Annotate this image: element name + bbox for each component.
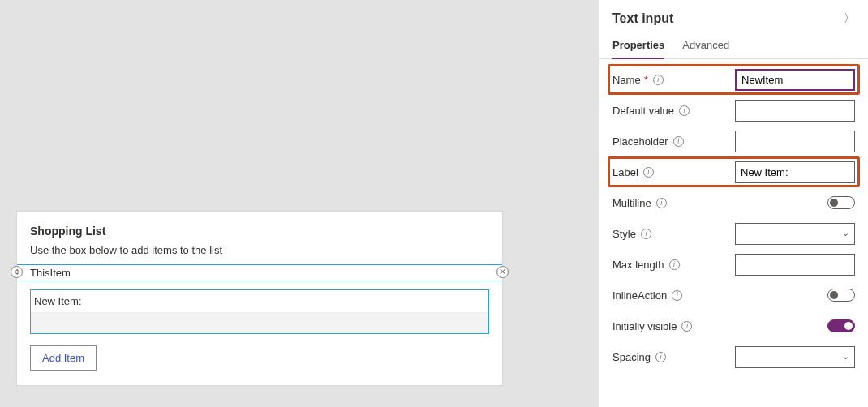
label-name: Name [612, 74, 641, 86]
info-icon[interactable]: i [655, 352, 666, 362]
adaptive-card: Shopping List Use the box below to add i… [16, 211, 503, 386]
row-label: Label i [608, 156, 860, 187]
label-initially-visible: Initially visible [612, 320, 677, 332]
chevron-down-icon: ⌄ [842, 228, 849, 238]
label-multiline: Multiline [612, 197, 651, 209]
input-placeholder[interactable] [735, 131, 855, 152]
text-input-field[interactable] [31, 312, 488, 333]
row-name: Name * i [608, 64, 860, 95]
text-input-control[interactable]: New Item: [30, 289, 489, 334]
info-icon[interactable]: i [673, 136, 684, 147]
info-icon[interactable]: i [641, 229, 651, 239]
input-max-length[interactable] [735, 254, 855, 276]
design-canvas[interactable]: Shopping List Use the box below to add i… [0, 0, 599, 407]
tab-advanced[interactable]: Advanced [682, 32, 729, 58]
tab-properties[interactable]: Properties [612, 32, 664, 59]
label-max-length: Max length [612, 259, 664, 271]
label-placeholder: Placeholder [612, 135, 668, 148]
input-name[interactable] [735, 69, 855, 91]
toggle-multiline[interactable] [827, 196, 855, 209]
chevron-right-icon[interactable]: 〉 [844, 11, 855, 26]
input-default-value[interactable] [735, 100, 855, 122]
card-description: Use the box below to add items to the li… [30, 244, 489, 256]
selection-name[interactable]: ThisItem [17, 264, 502, 281]
info-icon[interactable]: i [679, 105, 690, 116]
info-icon[interactable]: i [681, 321, 692, 332]
label-spacing: Spacing [612, 351, 651, 363]
move-handle-icon[interactable]: ✥ [11, 266, 23, 278]
delete-element-icon[interactable]: ✕ [496, 266, 509, 278]
row-max-length: Max length i [612, 249, 855, 280]
chevron-down-icon: ⌄ [842, 351, 849, 362]
add-item-button[interactable]: Add Item [30, 345, 97, 371]
text-input-label: New Item: [31, 290, 488, 312]
input-label[interactable] [735, 161, 855, 183]
toggle-inline-action[interactable] [827, 289, 855, 302]
properties-panel: Text input 〉 Properties Advanced Name * … [599, 0, 868, 407]
row-placeholder: Placeholder i [612, 126, 855, 156]
label-inline-action: InlineAction [612, 289, 667, 302]
toggle-initially-visible[interactable] [827, 319, 855, 332]
row-initially-visible: Initially visible i [612, 311, 855, 341]
panel-title: Text input [612, 11, 673, 26]
info-icon[interactable]: i [669, 259, 680, 270]
row-inline-action: InlineAction i [612, 280, 855, 311]
label-label: Label [612, 166, 638, 178]
info-icon[interactable]: i [656, 198, 667, 208]
info-icon[interactable]: i [653, 75, 664, 85]
required-asterisk: * [644, 74, 648, 86]
info-icon[interactable]: i [672, 290, 682, 301]
row-default-value: Default value i [612, 95, 855, 126]
selected-element-outline: ✥ ThisItem ✕ [17, 264, 502, 281]
info-icon[interactable]: i [643, 167, 654, 178]
row-style: Style i ⌄ [612, 218, 855, 249]
select-style[interactable]: ⌄ [735, 223, 855, 245]
card-title: Shopping List [30, 225, 489, 238]
select-spacing[interactable]: ⌄ [735, 346, 855, 368]
label-style: Style [612, 228, 636, 240]
panel-tabs: Properties Advanced [599, 32, 868, 59]
row-multiline: Multiline i [612, 187, 855, 218]
label-default-value: Default value [612, 105, 674, 117]
row-spacing: Spacing i ⌄ [612, 341, 855, 372]
